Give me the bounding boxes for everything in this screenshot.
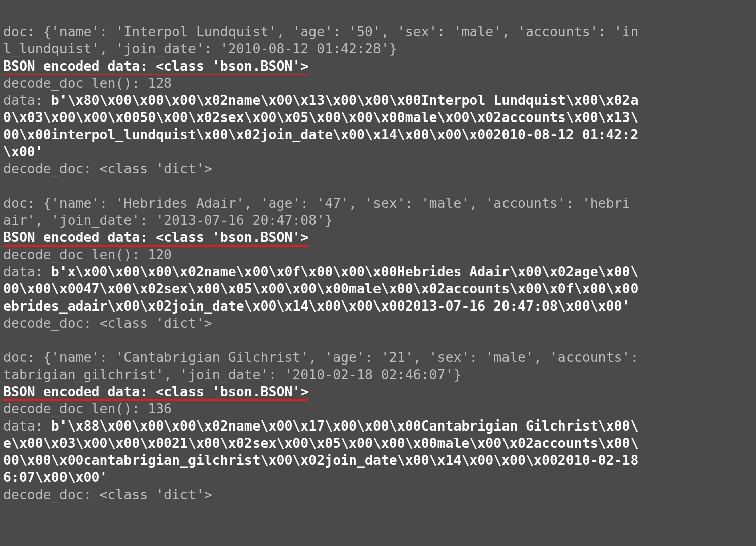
doc-line: doc: {'name': 'Hebrides Adair', 'age': '… bbox=[3, 195, 630, 211]
data-label: data: bbox=[3, 92, 51, 108]
doc-line-cont: l_lundquist', 'join_date': '2010-08-12 0… bbox=[3, 41, 397, 56]
decode-doc-line: decode_doc: <class 'dict'> bbox=[3, 487, 212, 502]
bson-encoded-line: BSON encoded data: <class 'bson.BSON'> bbox=[3, 229, 308, 246]
data-bytes: b'\x80\x00\x00\x00\x02name\x00\x13\x00\x… bbox=[3, 92, 638, 159]
data-bytes: b'\x88\x00\x00\x00\x02name\x00\x17\x00\x… bbox=[3, 418, 638, 485]
doc-line: doc: {'name': 'Interpol Lundquist', 'age… bbox=[3, 24, 638, 39]
doc-line: doc: {'name': 'Cantabrigian Gilchrist', … bbox=[3, 349, 638, 365]
bson-encoded-line: BSON encoded data: <class 'bson.BSON'> bbox=[3, 57, 308, 75]
data-label: data: bbox=[3, 264, 51, 279]
bson-encoded-line: BSON encoded data: <class 'bson.BSON'> bbox=[3, 383, 308, 400]
terminal-output: doc: {'name': 'Interpol Lundquist', 'age… bbox=[0, 0, 756, 509]
data-label: data: bbox=[3, 418, 51, 434]
data-bytes: b'x\x00\x00\x00\x02name\x00\x0f\x00\x00\… bbox=[3, 264, 638, 314]
decode-len-line: decode_doc len(): 128 bbox=[3, 75, 172, 91]
decode-len-line: decode_doc len(): 120 bbox=[3, 247, 172, 262]
doc-line-cont: air', 'join_date': '2013-07-16 20:47:08'… bbox=[3, 212, 333, 228]
decode-len-line: decode_doc len(): 136 bbox=[3, 401, 172, 416]
decode-doc-line: decode_doc: <class 'dict'> bbox=[3, 315, 212, 331]
doc-line-cont: tabrigian_gilchrist', 'join_date': '2010… bbox=[3, 367, 461, 382]
decode-doc-line: decode_doc: <class 'dict'> bbox=[3, 161, 212, 176]
